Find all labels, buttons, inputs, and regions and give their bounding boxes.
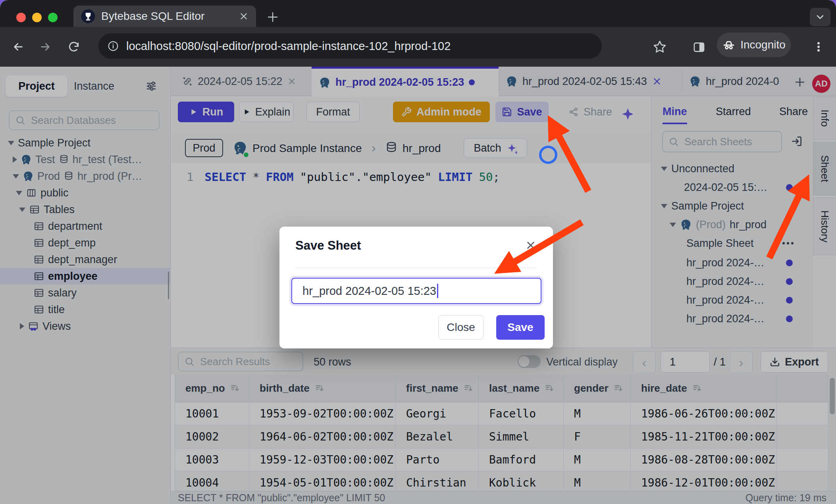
close-button[interactable]: Close <box>438 315 483 340</box>
browser-tab-title: Bytebase SQL Editor <box>101 10 233 23</box>
bytebase-favicon <box>81 9 96 24</box>
browser-tab-strip: Bytebase SQL Editor <box>0 0 836 27</box>
dialog-title: Save Sheet <box>295 239 361 253</box>
divider <box>295 267 537 268</box>
url-text: localhost:8080/sql-editor/prod-sample-in… <box>126 40 451 53</box>
browser-navbar: localhost:8080/sql-editor/prod-sample-in… <box>0 27 836 67</box>
browser-window: Bytebase SQL Editor localhost:8080/sql-e… <box>0 0 836 504</box>
close-tab-icon[interactable] <box>239 11 249 21</box>
save-button[interactable]: Save <box>496 315 545 340</box>
site-info-icon[interactable] <box>107 40 119 52</box>
minimize-window-button[interactable] <box>32 13 42 22</box>
bookmark-star-icon[interactable] <box>653 40 667 54</box>
maximize-window-button[interactable] <box>48 13 58 22</box>
close-window-button[interactable] <box>16 13 26 22</box>
text-cursor <box>437 284 438 298</box>
reload-button[interactable] <box>67 40 80 53</box>
save-sheet-dialog: Save Sheet hr_prod 2024-02-05 15:23 Clos… <box>279 227 553 348</box>
incognito-label: Incognito <box>740 38 786 51</box>
chevron-down-icon <box>815 12 826 23</box>
incognito-icon <box>722 38 736 52</box>
new-tab-button[interactable] <box>267 11 279 23</box>
back-button[interactable] <box>12 40 25 53</box>
browser-tab[interactable]: Bytebase SQL Editor <box>73 6 256 27</box>
side-panel-icon[interactable] <box>692 40 706 54</box>
tab-search-button[interactable] <box>810 8 830 26</box>
browser-menu-button[interactable] <box>812 40 825 53</box>
incognito-badge: Incognito <box>717 33 791 57</box>
sheet-name-input[interactable]: hr_prod 2024-02-05 15:23 <box>291 278 541 304</box>
address-bar[interactable]: localhost:8080/sql-editor/prod-sample-in… <box>98 33 602 59</box>
forward-button[interactable] <box>39 40 52 53</box>
close-dialog-icon[interactable] <box>525 239 537 251</box>
